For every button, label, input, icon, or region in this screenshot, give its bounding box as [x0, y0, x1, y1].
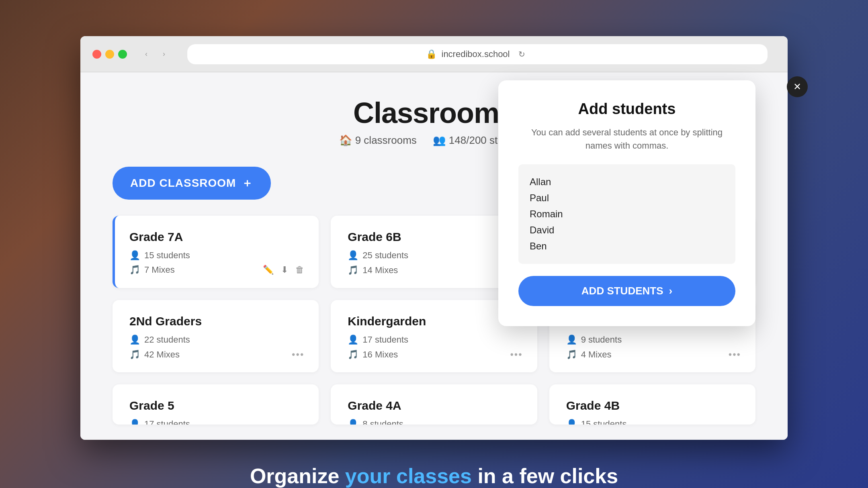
- student-icon: 👤: [348, 250, 358, 261]
- classroom-name: Grade 4A: [348, 399, 522, 412]
- mixes-count: 4 Mixes: [581, 349, 612, 360]
- music-icon: 🎵: [348, 265, 358, 276]
- classrooms-count: 🏠 9 classrooms: [339, 134, 417, 147]
- students-stat: 👤 17 students: [129, 419, 304, 425]
- students-stat: 👤 9 students: [566, 335, 741, 345]
- students-icon: 👥: [433, 134, 446, 147]
- list-item: Allan: [530, 174, 724, 190]
- card-bottom: 🎵 16 Mixes •••: [348, 349, 522, 360]
- card-bottom: 🎵 42 Mixes •••: [129, 349, 304, 360]
- list-item: Paul: [530, 190, 724, 206]
- classroom-name: Grade 6B: [348, 230, 522, 244]
- student-icon: 👤: [129, 419, 140, 425]
- tagline-after: in a few clicks: [472, 464, 618, 488]
- mixes-stat: 🎵 14 Mixes: [348, 265, 398, 276]
- mixes-count: 14 Mixes: [362, 265, 398, 276]
- home-icon: 🏠: [339, 134, 352, 147]
- more-options-button[interactable]: •••: [510, 349, 522, 360]
- mixes-stat: 🎵 7 Mixes: [129, 265, 175, 275]
- classroom-card-grade-5[interactable]: Grade 5 👤 17 students: [113, 384, 319, 425]
- students-stat: 👤 15 students: [129, 250, 304, 261]
- music-icon: 🎵: [566, 349, 577, 360]
- minimize-window-button[interactable]: [105, 50, 114, 59]
- modal-close-button[interactable]: ✕: [787, 76, 788, 97]
- modal-title: Add students: [518, 100, 735, 118]
- back-button[interactable]: ‹: [139, 47, 154, 61]
- mixes-stat: 🎵 42 Mixes: [129, 349, 180, 360]
- card-bottom: 🎵 7 Mixes ✏️ ⬇ 🗑: [129, 265, 304, 275]
- list-item: David: [530, 222, 724, 238]
- chevron-right-icon: ›: [669, 285, 673, 297]
- add-students-label: ADD STUDENTS: [581, 285, 663, 297]
- plus-icon: ＋: [242, 176, 253, 191]
- students-stat: 👤 17 students: [348, 335, 522, 345]
- classroom-name: Kindergarden: [348, 314, 522, 328]
- music-icon: 🎵: [348, 349, 358, 360]
- music-icon: 🎵: [129, 265, 140, 275]
- classroom-name: Grade 7A: [129, 230, 304, 244]
- forward-button[interactable]: ›: [157, 47, 171, 61]
- reload-button[interactable]: ↻: [514, 47, 529, 61]
- music-icon: 🎵: [129, 349, 140, 360]
- student-icon: 👤: [129, 250, 140, 261]
- student-icon: 👤: [348, 335, 358, 345]
- students-stat: 👤 25 students: [348, 250, 522, 261]
- list-item: Ben: [530, 238, 724, 254]
- students-stat: 👤 22 students: [129, 335, 304, 345]
- student-icon: 👤: [129, 335, 140, 345]
- card-actions: ✏️ ⬇ 🗑: [263, 265, 304, 275]
- classroom-name: Grade 4B: [566, 399, 741, 412]
- students-count: 15 students: [581, 419, 627, 425]
- students-stat: 👤 15 students: [566, 419, 741, 425]
- mixes-count: 42 Mixes: [144, 349, 180, 360]
- lock-icon: 🔒: [426, 49, 437, 59]
- mixes-count: 7 Mixes: [144, 265, 175, 275]
- page-content: Classrooms 🏠 9 classrooms 👥 148/200 stud…: [80, 72, 788, 440]
- students-count: 25 students: [362, 250, 408, 261]
- students-count: 15 students: [144, 250, 190, 261]
- add-students-modal: Add students You can add several student…: [498, 80, 755, 326]
- close-window-button[interactable]: [92, 50, 101, 59]
- students-count: 8 students: [362, 419, 403, 425]
- tagline-highlight: your classes: [345, 464, 472, 488]
- browser-nav: ‹ ›: [139, 47, 171, 61]
- add-students-button[interactable]: ADD STUDENTS ›: [518, 276, 735, 306]
- mixes-stat: 🎵 16 Mixes: [348, 349, 398, 360]
- classroom-name: 2Nd Graders: [129, 314, 304, 328]
- student-icon: 👤: [566, 419, 577, 425]
- download-icon[interactable]: ⬇: [281, 265, 288, 275]
- classroom-card-grade-7a[interactable]: Grade 7A 👤 15 students 🎵 7 Mixes ✏️ ⬇ 🗑: [113, 216, 319, 288]
- more-options-button[interactable]: •••: [729, 349, 741, 360]
- students-stat: 👤 8 students: [348, 419, 522, 425]
- list-item: Romain: [530, 206, 724, 222]
- more-options-button[interactable]: •••: [292, 349, 304, 360]
- students-count: 9 students: [581, 335, 622, 345]
- add-classroom-label: ADD CLASSROOM: [130, 177, 236, 190]
- address-bar[interactable]: 🔒 incredibox.school ↻: [187, 44, 768, 64]
- student-icon: 👤: [348, 419, 358, 425]
- students-count: 22 students: [144, 335, 190, 345]
- tagline-before: Organize: [250, 464, 345, 488]
- students-count: 17 students: [362, 335, 408, 345]
- edit-icon[interactable]: ✏️: [263, 265, 274, 275]
- classrooms-count-text: 9 classrooms: [355, 134, 417, 147]
- window-controls: [92, 50, 127, 59]
- card-bottom: 🎵 14 Mixes •••: [348, 265, 522, 276]
- maximize-window-button[interactable]: [118, 50, 127, 59]
- modal-subtitle: You can add several students at once by …: [518, 126, 735, 152]
- delete-icon[interactable]: 🗑: [295, 265, 304, 275]
- classroom-card-grade-4a[interactable]: Grade 4A 👤 8 students: [331, 384, 537, 425]
- classroom-card-2nd-graders[interactable]: 2Nd Graders 👤 22 students 🎵 42 Mixes •••: [113, 300, 319, 372]
- classroom-name: Grade 5: [129, 399, 304, 412]
- classroom-card-grade-4b[interactable]: Grade 4B 👤 15 students: [549, 384, 755, 425]
- tagline: Organize your classes in a few clicks: [250, 464, 618, 488]
- browser-titlebar: ‹ › 🔒 incredibox.school ↻: [80, 36, 788, 72]
- mixes-stat: 🎵 4 Mixes: [566, 349, 612, 360]
- students-count: 17 students: [144, 419, 190, 425]
- students-list[interactable]: Allan Paul Romain David Ben: [518, 164, 735, 264]
- add-classroom-button[interactable]: ADD CLASSROOM ＋: [113, 167, 271, 200]
- url-text: incredibox.school: [442, 49, 510, 59]
- card-bottom: 🎵 4 Mixes •••: [566, 349, 741, 360]
- mixes-count: 16 Mixes: [362, 349, 398, 360]
- browser-window: ‹ › 🔒 incredibox.school ↻ Classrooms 🏠 9…: [80, 36, 788, 440]
